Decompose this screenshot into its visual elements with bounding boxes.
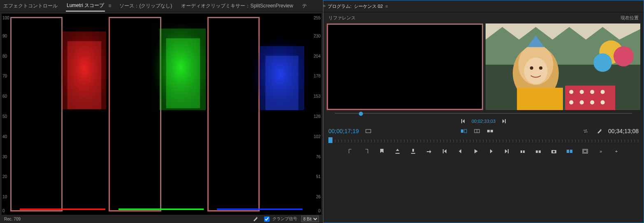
svg-rect-21 — [517, 88, 563, 110]
svg-rect-33 — [464, 129, 467, 133]
green-baseline — [119, 209, 204, 210]
tab-source[interactable]: ソース：(クリップなし) — [119, 1, 173, 11]
tab-audio-clip-mixer[interactable]: オーディオクリップミキサー：SplitScreenPreview — [180, 1, 294, 11]
tick: 76 — [316, 155, 321, 159]
svg-rect-44 — [567, 150, 569, 153]
svg-point-17 — [524, 58, 547, 85]
tick: 26 — [316, 195, 321, 199]
scope-status-bar: Rec. 709 クランプ信号 8 Bit — [0, 215, 323, 223]
button-editor-plus-icon[interactable]: + — [612, 147, 621, 155]
add-marker-icon[interactable] — [378, 147, 386, 155]
export-frame-icon[interactable] — [425, 147, 433, 155]
tick: 30 — [2, 155, 7, 159]
tick: 153 — [314, 94, 321, 99]
green-channel — [113, 17, 210, 211]
settings-wrench-icon[interactable] — [595, 127, 602, 135]
tick: 0 — [2, 209, 5, 213]
program-header: プログラム: シーケンス 02 ≡ — [323, 0, 644, 12]
lumetri-scopes-panel: エフェクトコントロール Lumetri スコープ ≡ ソース：(クリップなし) … — [0, 0, 323, 223]
svg-rect-41 — [539, 150, 541, 153]
reference-monitor[interactable] — [327, 23, 483, 110]
go-to-in-point-icon[interactable] — [440, 147, 449, 155]
tab-lumetri-scopes[interactable]: Lumetri スコープ — [66, 0, 105, 12]
svg-rect-37 — [491, 130, 493, 132]
colorspace-label: Rec. 709 — [4, 217, 21, 221]
split-view-icon[interactable] — [473, 127, 481, 135]
step-forward-icon[interactable] — [487, 147, 495, 155]
mark-out-icon[interactable] — [362, 147, 370, 155]
red-baseline — [20, 209, 105, 210]
overwrite-icon[interactable] — [409, 147, 417, 155]
blue-baseline — [217, 209, 302, 210]
svg-point-29 — [590, 100, 594, 104]
go-to-out-icon[interactable] — [500, 117, 508, 125]
camera-icon[interactable] — [550, 147, 558, 155]
program-monitor-panel: プログラム: シーケンス 02 ≡ リファレンス 現在位置 — [323, 0, 644, 223]
red-channel — [14, 17, 111, 211]
svg-rect-47 — [584, 150, 587, 153]
comparison-toggle-icon[interactable] — [565, 147, 574, 155]
svg-rect-36 — [487, 130, 490, 132]
tick: 10 — [2, 195, 7, 199]
program-scrubber[interactable] — [328, 137, 639, 144]
go-to-out-point-icon[interactable] — [503, 147, 511, 155]
tab-truncated[interactable]: テ — [301, 1, 308, 11]
extract-icon[interactable] — [534, 147, 542, 155]
svg-rect-5 — [166, 38, 200, 108]
tick: 204 — [314, 54, 321, 59]
svg-point-18 — [530, 66, 533, 70]
fit-icon[interactable] — [365, 127, 372, 135]
program-sequence-name[interactable]: シーケンス 02 — [354, 3, 383, 9]
scope-right-axis: 255 230 204 178 153 128 102 76 51 26 0 — [311, 14, 321, 215]
tab-effect-controls[interactable]: エフェクトコントロール — [2, 1, 58, 11]
reference-label: リファレンス — [328, 15, 356, 21]
button-editor-overflow-icon[interactable]: » — [597, 147, 605, 155]
rgb-parade-scope: 100 90 80 70 60 50 40 30 20 10 0 255 230… — [2, 14, 321, 215]
green-waveform — [113, 17, 210, 114]
reference-playhead[interactable] — [359, 112, 363, 116]
svg-point-27 — [569, 100, 573, 104]
reference-timecode[interactable]: 00;02;33;03 — [472, 119, 495, 124]
svg-point-24 — [580, 90, 584, 94]
svg-rect-39 — [523, 150, 525, 153]
current-position-label: 現在位置 — [621, 15, 639, 21]
tick: 20 — [2, 174, 7, 179]
transport-bar: » + — [327, 144, 640, 159]
side-by-side-icon[interactable] — [486, 127, 494, 135]
tick: 255 — [314, 16, 321, 20]
preview-image — [486, 23, 640, 110]
playhead-timecode[interactable]: 00;00;17;19 — [328, 128, 359, 134]
program-title-prefix: プログラム: — [328, 3, 351, 9]
panel-menu-icon[interactable]: ≡ — [385, 4, 388, 9]
wrench-icon[interactable] — [251, 215, 258, 223]
insert-icon[interactable] — [393, 147, 402, 155]
reference-scrubber[interactable] — [335, 112, 632, 115]
svg-point-43 — [553, 151, 555, 153]
tick: 178 — [314, 74, 321, 78]
clamp-signal-checkbox[interactable]: クランプ信号 — [263, 215, 297, 223]
clamp-checkbox-input[interactable] — [264, 216, 270, 222]
comparison-view-icon[interactable] — [460, 127, 467, 135]
tabs-overflow-icon[interactable]: » — [323, 3, 325, 9]
lift-icon[interactable] — [518, 147, 527, 155]
svg-rect-45 — [570, 150, 572, 153]
tick: 102 — [314, 134, 321, 139]
loop-icon[interactable] — [582, 127, 589, 135]
blue-waveform — [211, 17, 308, 114]
svg-rect-32 — [461, 129, 463, 133]
svg-point-30 — [600, 100, 604, 104]
source-panel-tabs: エフェクトコントロール Lumetri スコープ ≡ ソース：(クリップなし) … — [0, 0, 323, 12]
mark-in-icon[interactable] — [346, 147, 355, 155]
panel-menu-icon[interactable]: ≡ — [108, 3, 111, 9]
safe-margins-icon[interactable] — [581, 147, 589, 155]
current-monitor[interactable] — [486, 23, 640, 110]
tick: 100 — [2, 16, 9, 20]
step-back-icon[interactable] — [456, 147, 464, 155]
tick: 50 — [2, 114, 7, 119]
program-playhead[interactable] — [328, 137, 332, 143]
go-to-in-icon[interactable] — [459, 117, 467, 125]
play-icon[interactable] — [472, 147, 480, 155]
svg-rect-2 — [67, 41, 101, 109]
tick: 80 — [2, 54, 7, 59]
bit-depth-select[interactable]: 8 Bit — [301, 216, 319, 222]
